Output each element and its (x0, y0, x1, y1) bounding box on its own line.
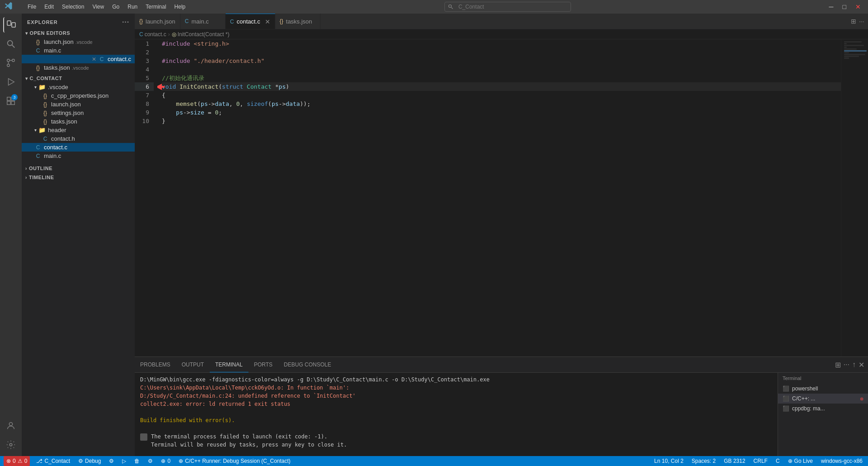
activity-accounts[interactable] (3, 418, 19, 433)
main-c-root[interactable]: C main.c (22, 152, 135, 160)
status-golive[interactable]: ⊕ Go Live (786, 458, 815, 464)
status-errors[interactable]: ⊗ 0 ⚠ 0 (4, 456, 30, 466)
menu-run[interactable]: Run (124, 3, 141, 11)
panel-tab-problems[interactable]: PROBLEMS (135, 357, 176, 372)
cppdbg-icon: ⬛ (783, 405, 789, 412)
sidebar-header: EXPLORER ··· (22, 14, 135, 29)
close-button[interactable]: ✕ (853, 2, 863, 11)
open-editors-section[interactable]: ▾ OPEN EDITORS (22, 29, 135, 38)
menu-terminal[interactable]: Terminal (142, 3, 170, 11)
open-editor-launch-folder: .vscode (75, 39, 93, 45)
panel-more-icon[interactable]: ··· (844, 361, 849, 369)
run-status-icon: ▷ (122, 458, 126, 464)
terminal-line-7 (140, 424, 772, 433)
panel-close-icon[interactable]: ✕ (859, 361, 864, 369)
breadcrumb: C contact.c › ◎ InitContact(Contact *) (135, 29, 868, 39)
status-cursor[interactable]: Ln 10, Col 2 (652, 458, 685, 464)
c-file-icon: C (34, 48, 42, 54)
status-runner[interactable]: ⊕ C/C++ Runner: Debug Session (C_Contact… (177, 458, 292, 464)
code-line-7: { (162, 91, 841, 100)
status-eol[interactable]: CRLF (752, 458, 769, 464)
tasks-json-icon: {} (34, 65, 42, 71)
status-delete-btn[interactable]: 🗑 (132, 458, 142, 464)
code-line-4 (162, 65, 841, 74)
panel-tab-output[interactable]: OUTPUT (176, 357, 210, 372)
close-contact-icon[interactable]: ✕ (92, 56, 96, 62)
open-editor-contact-c[interactable]: ✕ C contact.c (22, 55, 135, 63)
contact-c-name: contact.c (44, 144, 67, 151)
vscode-folder[interactable]: ▾ 📁 .vscode (22, 83, 135, 91)
code-line-2 (162, 48, 841, 57)
activity-source-control[interactable] (3, 55, 19, 71)
tab-launch-json[interactable]: {} launch.json (135, 14, 180, 29)
status-settings-btn[interactable]: ⚙ (107, 458, 116, 464)
menu-edit[interactable]: Edit (41, 3, 57, 11)
menu-selection[interactable]: Selection (58, 3, 88, 11)
tab-contact-c[interactable]: C contact.c ✕ (226, 14, 275, 29)
tab-main-c[interactable]: C main.c (180, 14, 226, 29)
menu-help[interactable]: Help (171, 3, 189, 11)
status-debug[interactable]: ⚙ Debug (76, 458, 103, 464)
contact-h-icon: C (42, 136, 49, 142)
status-spaces[interactable]: Spaces: 2 (690, 458, 717, 464)
breadcrumb-file[interactable]: C contact.c (139, 31, 166, 38)
activity-extensions[interactable]: 3 (3, 93, 19, 109)
c-contact-section[interactable]: ▾ C_CONTACT (22, 74, 135, 83)
code-line-9: ps->size = 0; (162, 108, 841, 117)
tab-contact-close[interactable]: ✕ (265, 18, 270, 25)
menu-file[interactable]: File (24, 3, 40, 11)
tab-actions: ⊞ ··· (847, 14, 868, 29)
terminal-c-cpp[interactable]: ⬛ C/C++: ... ⊗ (778, 394, 868, 404)
header-folder[interactable]: ▾ 📁 header (22, 126, 135, 134)
activity-search[interactable] (3, 36, 19, 52)
main-c-icon: C (34, 153, 42, 159)
sidebar-more-button[interactable]: ··· (122, 18, 129, 26)
search-bar[interactable] (198, 2, 817, 12)
panel-maximize-icon[interactable]: ↑ (852, 361, 856, 369)
panel-tab-terminal[interactable]: TERMINAL (210, 357, 249, 372)
status-run-btn[interactable]: ▷ (120, 458, 128, 464)
settings-json[interactable]: {} settings.json (22, 109, 135, 117)
timeline-section[interactable]: › TIMELINE (22, 173, 135, 182)
open-editor-tasks-json[interactable]: {} tasks.json .vscode (22, 63, 135, 72)
breadcrumb-c-icon: C (139, 31, 143, 38)
more-tabs-icon[interactable]: ··· (859, 18, 864, 25)
panel-tab-ports[interactable]: PORTS (249, 357, 278, 372)
tab-tasks-json[interactable]: {} tasks.json (275, 14, 321, 29)
status-git-branch[interactable]: ⎇ C_Contact (34, 458, 72, 464)
terminal-content[interactable]: D:\MinGW\bin\gcc.exe -fdiagnostics-color… (135, 373, 778, 456)
search-input[interactable] (444, 2, 571, 12)
split-terminal-icon[interactable]: ⊞ (835, 361, 841, 369)
panel-tab-debug-console[interactable]: DEBUG CONSOLE (278, 357, 337, 372)
tasks-name: tasks.json (51, 118, 77, 125)
tasks-json[interactable]: {} tasks.json (22, 117, 135, 126)
open-editor-main-c[interactable]: C main.c (22, 46, 135, 55)
timeline-label: TIMELINE (29, 175, 54, 180)
status-platform[interactable]: windows-gcc-x86 (819, 458, 864, 464)
breadcrumb-function[interactable]: ◎ InitContact(Contact *) (172, 31, 230, 38)
contact-h[interactable]: C contact.h (22, 134, 135, 143)
menu-view[interactable]: View (89, 3, 108, 11)
open-editor-launch-json[interactable]: {} launch.json .vscode (22, 38, 135, 46)
code-editor[interactable]: 1 2 3 4 5 6 7 8 9 10 #include <str (135, 39, 868, 357)
code-content[interactable]: #include <string.h> #include "./header/c… (157, 39, 841, 357)
terminal-powershell[interactable]: ⬛ powershell (778, 384, 868, 394)
menu-go[interactable]: Go (108, 3, 123, 11)
settings-status-icon: ⚙ (109, 458, 114, 464)
outline-section[interactable]: › OUTLINE (22, 164, 135, 173)
activity-settings[interactable] (3, 437, 19, 452)
status-config-btn[interactable]: ⚙ (146, 458, 155, 464)
minimap-line (844, 45, 864, 46)
launch-json[interactable]: {} launch.json (22, 100, 135, 109)
activity-explorer[interactable] (3, 17, 19, 33)
status-language[interactable]: C (774, 458, 782, 464)
contact-c-root[interactable]: C contact.c (22, 143, 135, 152)
split-editor-icon[interactable]: ⊞ (851, 18, 856, 25)
c-cpp-properties[interactable]: {} c_cpp_properties.json (22, 91, 135, 100)
terminal-cppdbg[interactable]: ⬛ cppdbg: ma... (778, 404, 868, 414)
status-ports[interactable]: ⊕ 0 (159, 458, 172, 464)
status-encoding[interactable]: GB 2312 (722, 458, 747, 464)
maximize-button[interactable]: □ (840, 2, 849, 11)
activity-run-debug[interactable] (3, 74, 19, 90)
minimize-button[interactable]: ─ (826, 2, 836, 11)
